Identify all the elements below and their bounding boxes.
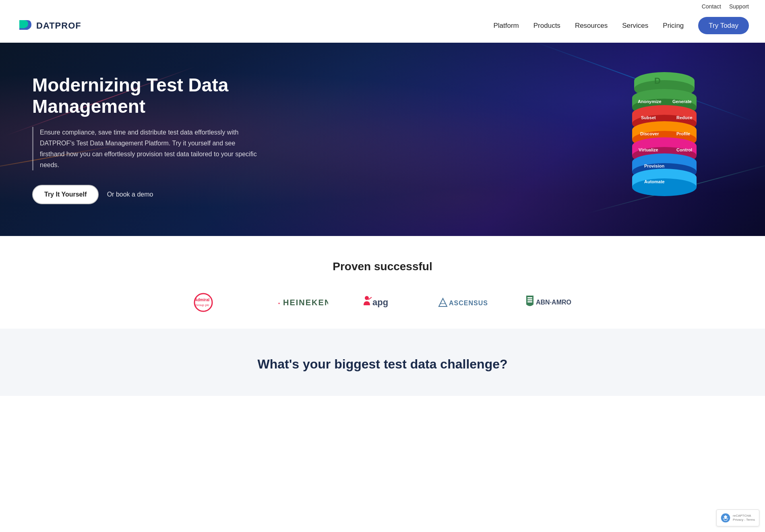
svg-rect-45: [527, 301, 532, 302]
challenge-section: What's your biggest test data challenge?: [0, 329, 765, 396]
hero-description: Ensure compliance, save time and distrib…: [32, 127, 258, 171]
nav-platform[interactable]: Platform: [493, 22, 519, 29]
utility-bar: Contact Support: [0, 0, 765, 13]
book-demo-link[interactable]: Or book a demo: [107, 191, 153, 198]
svg-text:HEINEKEN: HEINEKEN: [283, 298, 328, 307]
abnamro-logo-svg: ABN·AMRO: [521, 292, 574, 313]
svg-point-32: [194, 294, 212, 311]
admiral-logo-svg: Admiral Group plc: [191, 292, 244, 313]
nav-resources[interactable]: Resources: [575, 22, 608, 29]
svg-text:Anonymize: Anonymize: [638, 99, 662, 104]
svg-text:Control: Control: [676, 147, 692, 152]
nav-services[interactable]: Services: [622, 22, 648, 29]
try-today-button[interactable]: Try Today: [698, 17, 749, 34]
stack-svg: D Anonymize Generate Subset Reduce Disco…: [620, 65, 709, 214]
logo-apg: apg: [360, 292, 401, 313]
hero-cta-group: Try It Yourself Or book a demo: [32, 185, 258, 204]
svg-text:ABN·AMRO: ABN·AMRO: [536, 299, 571, 306]
nav-products[interactable]: Products: [533, 22, 560, 29]
svg-text:Group plc: Group plc: [195, 303, 209, 307]
logo[interactable]: DATPROF: [16, 17, 81, 35]
nav-pricing[interactable]: Pricing: [663, 22, 684, 29]
nav-links: Platform Products Resources Services Pri…: [493, 22, 749, 30]
support-link[interactable]: Support: [729, 3, 749, 10]
proven-title: Proven successful: [16, 260, 749, 273]
try-it-yourself-button[interactable]: Try It Yourself: [32, 185, 99, 204]
svg-text:Subset: Subset: [641, 115, 656, 120]
svg-text:Automate: Automate: [644, 179, 665, 184]
svg-line-38: [368, 297, 372, 300]
svg-marker-40: [439, 298, 447, 306]
heineken-logo-svg: ✦ HEINEKEN: [276, 292, 328, 313]
hero-section: Modernizing Test Data Management Ensure …: [0, 43, 765, 236]
logo-abnamro: ABN·AMRO: [521, 292, 574, 313]
proven-section: Proven successful Admiral Group plc ✦ HE…: [0, 236, 765, 329]
svg-text:Generate: Generate: [672, 99, 692, 104]
svg-text:Profile: Profile: [676, 131, 690, 136]
svg-text:apg: apg: [372, 297, 388, 307]
hero-content: Modernizing Test Data Management Ensure …: [32, 75, 258, 205]
navbar: DATPROF Platform Products Resources Serv…: [0, 13, 765, 43]
logo-ascensus: ASCENSUS: [433, 292, 489, 313]
logo-admiral: Admiral Group plc: [191, 292, 244, 313]
hero-title: Modernizing Test Data Management: [32, 75, 258, 117]
svg-text:Discover: Discover: [640, 131, 659, 136]
svg-rect-43: [527, 297, 532, 298]
ascensus-logo-svg: ASCENSUS: [433, 292, 489, 313]
contact-link[interactable]: Contact: [702, 3, 721, 10]
logo-text: DATPROF: [36, 21, 81, 31]
svg-rect-44: [527, 299, 532, 300]
logo-icon: [16, 17, 34, 35]
apg-logo-svg: apg: [360, 292, 401, 313]
logo-heineken: ✦ HEINEKEN: [276, 292, 328, 313]
svg-text:Provision: Provision: [644, 164, 664, 168]
svg-text:Reduce: Reduce: [676, 115, 693, 120]
logos-row: Admiral Group plc ✦ HEINEKEN apg: [16, 292, 749, 313]
challenge-title: What's your biggest test data challenge?: [16, 357, 749, 372]
svg-text:Virtualize: Virtualize: [639, 147, 658, 152]
hero-stack-graphic: D Anonymize Generate Subset Reduce Disco…: [612, 65, 717, 214]
svg-text:D: D: [654, 76, 661, 86]
stack-illustration: D Anonymize Generate Subset Reduce Disco…: [620, 65, 709, 214]
svg-text:Admiral: Admiral: [194, 298, 209, 302]
svg-text:ASCENSUS: ASCENSUS: [449, 300, 488, 306]
svg-text:✦: ✦: [278, 302, 281, 305]
svg-point-37: [365, 296, 369, 300]
